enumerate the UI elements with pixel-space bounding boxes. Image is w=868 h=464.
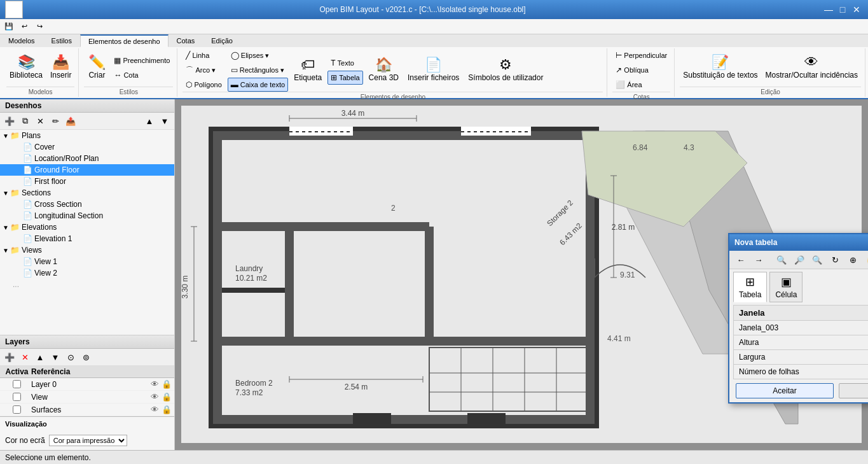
cota-icon: ↔ xyxy=(114,71,121,80)
ribbon-btn-perpendicular[interactable]: ⊢ Perpendicular xyxy=(612,48,670,62)
dialog-zoom-in-button[interactable]: 🔎 xyxy=(792,253,807,267)
layer-filter2-button[interactable]: ⊚ xyxy=(79,350,93,364)
ribbon-btn-poligono[interactable]: ⬡ Polígono xyxy=(183,78,224,92)
tree-ground-floor[interactable]: 📄 Ground Floor xyxy=(0,164,174,176)
ribbon-btn-simbolos[interactable]: ⚙ Símbolos de utilizador xyxy=(465,52,546,88)
close-button[interactable]: ✕ xyxy=(850,3,863,16)
ribbon-btn-texto[interactable]: T Texto xyxy=(327,56,362,70)
desenhos-header: Desenhos xyxy=(0,99,174,113)
view-layer-lock-icon[interactable]: 🔒 xyxy=(162,392,172,402)
tab-cotas[interactable]: Cotas xyxy=(169,34,203,47)
edit-drawing-button[interactable]: ✏ xyxy=(48,114,62,128)
dialog-back-button[interactable]: ← xyxy=(733,253,748,267)
move-down-button[interactable]: ▼ xyxy=(158,114,172,128)
ribbon-btn-cota[interactable]: ↔ Cota xyxy=(111,68,173,82)
view-layer-eye-icon[interactable]: 👁 xyxy=(151,392,159,402)
tree-location-roof[interactable]: 📄 Location/Roof Plan xyxy=(0,153,174,164)
tab-elementos[interactable]: Elementos de desenho xyxy=(80,34,169,47)
ribbon-btn-elipses[interactable]: ◯ Elipses ▾ xyxy=(228,48,288,62)
ribbon-btn-tabela[interactable]: ⊞ Tabela xyxy=(327,71,362,85)
cancel-button[interactable]: Cancelar xyxy=(839,383,868,398)
layer-down-button[interactable]: ▼ xyxy=(48,350,62,364)
tree-cross-section[interactable]: 📄 Cross Section xyxy=(0,199,174,210)
tab-modelos[interactable]: Modelos xyxy=(0,34,43,47)
tree-sections[interactable]: ▼ 📁 Sections xyxy=(0,187,174,199)
ribbon-btn-substituicao[interactable]: 📝 Substituição de textos xyxy=(680,50,761,85)
tree-view1[interactable]: 📄 View 1 xyxy=(0,256,174,267)
save-button[interactable]: 💾 xyxy=(3,20,15,33)
ribbon-btn-arco[interactable]: ⌒ Arco ▾ xyxy=(183,63,224,77)
tree-views[interactable]: ▼ 📁 Views xyxy=(0,244,174,256)
export-drawing-button[interactable]: 📤 xyxy=(64,114,78,128)
cross-section-icon: 📄 xyxy=(23,200,32,209)
view-layer-checkbox[interactable] xyxy=(13,393,21,401)
surfaces-layer-eye-icon[interactable]: 👁 xyxy=(151,405,159,414)
dialog-refresh-button[interactable]: ↻ xyxy=(827,253,843,267)
redo-button[interactable]: ↪ xyxy=(33,20,46,33)
svg-rect-11 xyxy=(213,415,595,424)
delete-drawing-button[interactable]: ✕ xyxy=(33,114,47,128)
criar-icon: ✏️ xyxy=(88,55,106,69)
ribbon-btn-rectangulos[interactable]: ▭ Rectângulos ▾ xyxy=(228,63,288,77)
ribbon-btn-linha[interactable]: ╱ Linha xyxy=(183,48,224,62)
undo-button[interactable]: ↩ xyxy=(18,20,31,33)
dialog-zoom2-button[interactable]: ⊕ xyxy=(845,253,860,267)
tree-first-floor[interactable]: 📄 First floor xyxy=(0,176,174,187)
layer0-lock-icon[interactable]: 🔒 xyxy=(162,379,172,389)
biblioteca-icon: 📚 xyxy=(18,55,35,69)
viz-color-row: Cor no ecrã Cor para impressão Cor no ec… xyxy=(5,433,127,448)
add-drawing-button[interactable]: ➕ xyxy=(3,114,17,128)
dialog-tab-tabela[interactable]: ⊞ Tabela xyxy=(733,272,767,302)
layer0-eye-icon[interactable]: 👁 xyxy=(151,379,159,389)
move-up-button[interactable]: ▲ xyxy=(142,114,156,128)
elevations-expand-icon[interactable]: ▼ xyxy=(3,224,10,231)
simbolos-icon: ⚙ xyxy=(499,58,512,72)
tab-edicao[interactable]: Edição xyxy=(203,34,241,47)
delete-layer-button[interactable]: ✕ xyxy=(18,350,32,364)
tree-cover[interactable]: 📄 Cover xyxy=(0,141,174,153)
accept-button[interactable]: Aceitar xyxy=(736,383,834,398)
ribbon-btn-etiqueta[interactable]: 🏷 Etiqueta xyxy=(291,52,325,88)
plans-expand-icon[interactable]: ▼ xyxy=(3,132,10,139)
ribbon-btn-inserir[interactable]: 📥 Inserir xyxy=(47,50,74,85)
ribbon-btn-mostrar-ocultar[interactable]: 👁 Mostrar/Ocultar incidências xyxy=(762,50,861,85)
ribbon-btn-preenchimento[interactable]: ▦ Preenchimento xyxy=(111,53,173,67)
tree-plans[interactable]: ▼ 📁 Plans xyxy=(0,130,174,141)
tab-estilos[interactable]: Estilos xyxy=(43,34,80,47)
copy-drawing-button[interactable]: ⧉ xyxy=(18,114,32,128)
ribbon-btn-criar[interactable]: ✏️ Criar xyxy=(84,50,109,85)
viz-color-select[interactable]: Cor para impressão Cor no ecrã Escala de… xyxy=(49,435,127,446)
tree-elevations[interactable]: ▼ 📁 Elevations xyxy=(0,221,174,233)
ribbon-btn-biblioteca[interactable]: 📚 Biblioteca xyxy=(6,50,46,85)
minimize-button[interactable]: — xyxy=(822,3,835,16)
sections-expand-icon[interactable]: ▼ xyxy=(3,190,10,197)
ribbon-btn-cena3d[interactable]: 🏠 Cena 3D xyxy=(366,52,402,88)
canvas-area[interactable]: 3.44 m 3.30 m 2.54 m 2.81 m Laundry 10.2… xyxy=(175,99,868,450)
sections-folder-icon: 📁 xyxy=(10,188,20,197)
nova-tabela-dialog: Nova tabela — ✕ ← → 🔍 🔎 🔍 ↻ ⊕ ✋ ⊞ xyxy=(728,233,868,404)
ground-floor-icon: 📄 xyxy=(23,165,32,174)
add-layer-button[interactable]: ➕ xyxy=(3,350,17,364)
dialog-tab-celula[interactable]: ▣ Célula xyxy=(769,272,803,302)
tree-longitudinal-section[interactable]: 📄 Longitudinal Section xyxy=(0,210,174,221)
dialog-zoom-out-button[interactable]: 🔍 xyxy=(809,253,825,267)
views-expand-icon[interactable]: ▼ xyxy=(3,247,10,254)
surfaces-layer-checkbox[interactable] xyxy=(13,405,21,414)
dialog-forward-button[interactable]: → xyxy=(751,253,766,267)
svg-text:Laundry: Laundry xyxy=(235,264,263,273)
maximize-button[interactable]: □ xyxy=(836,3,849,16)
layer0-checkbox[interactable] xyxy=(13,380,21,388)
tree-view2[interactable]: 📄 View 2 xyxy=(0,267,174,279)
svg-text:4.3: 4.3 xyxy=(684,143,694,152)
ribbon-btn-area[interactable]: ⬜ Área xyxy=(612,78,670,92)
dialog-zoom-fit-button[interactable]: 🔍 xyxy=(774,253,789,267)
ribbon-tabs: Modelos Estilos Elementos de desenho Cot… xyxy=(0,34,868,47)
dialog-pan-button[interactable]: ✋ xyxy=(863,253,868,267)
surfaces-layer-lock-icon[interactable]: 🔒 xyxy=(162,405,172,414)
ribbon-btn-caixa-texto[interactable]: ▬ Caixa de texto xyxy=(228,78,288,92)
layer-filter1-button[interactable]: ⊙ xyxy=(64,350,78,364)
tree-elevation1[interactable]: 📄 Elevation 1 xyxy=(0,233,174,244)
ribbon-btn-obliqua[interactable]: ↗ Oblíqua xyxy=(612,63,670,77)
ribbon-btn-inserir-ficheiros[interactable]: 📄 Inserir ficheiros xyxy=(404,52,462,88)
layer-up-button[interactable]: ▲ xyxy=(33,350,47,364)
